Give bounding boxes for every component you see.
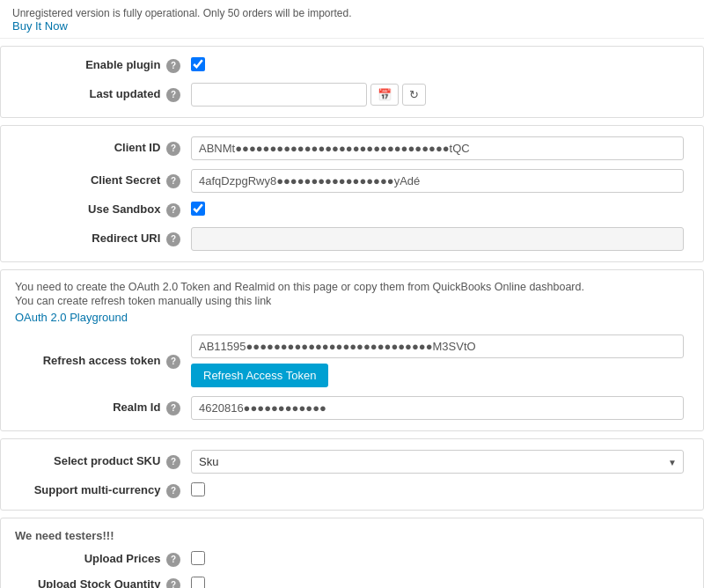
help-icon-upload-prices[interactable]: ?	[166, 553, 180, 567]
control-use-sandbox	[191, 202, 684, 218]
help-icon-use-sandbox[interactable]: ?	[166, 203, 180, 217]
notice-bar: Unregistered version is fully operationa…	[0, 0, 704, 39]
sku-select[interactable]: Sku ID Barcode	[191, 450, 684, 474]
row-use-sandbox: Use Sandbox ?	[15, 202, 689, 218]
help-icon-refresh-token[interactable]: ?	[166, 355, 180, 369]
control-client-id	[191, 136, 684, 160]
help-icon-multicurrency[interactable]: ?	[166, 484, 180, 498]
refresh-token-input[interactable]	[191, 334, 684, 358]
help-icon-last-updated[interactable]: ?	[166, 88, 180, 102]
upload-stock-checkbox[interactable]	[191, 577, 205, 588]
label-refresh-token: Refresh access token ?	[15, 354, 191, 369]
notice-text: Unregistered version is fully operationa…	[12, 7, 692, 19]
control-last-updated: 4/13/2020 6:56:17 PM 📅 ↻	[191, 83, 684, 107]
row-enable-plugin: Enable plugin ?	[15, 57, 689, 74]
oauth-playground-link[interactable]: OAuth 2.0 Playground	[15, 311, 128, 324]
row-redirect-uri: Redirect URI ? http://demo430.am-test.us…	[15, 227, 689, 251]
oauth-info-line2: You can create refresh token manually us…	[15, 295, 689, 307]
help-icon-redirect-uri[interactable]: ?	[166, 232, 180, 246]
control-upload-stock	[191, 577, 684, 588]
upload-prices-checkbox[interactable]	[191, 551, 205, 565]
row-client-secret: Client Secret ?	[15, 169, 689, 193]
redirect-uri-input[interactable]: http://demo430.am-test.us/admin/quickboo…	[191, 227, 684, 251]
control-multicurrency	[191, 482, 684, 499]
help-icon-enable-plugin[interactable]: ?	[166, 59, 180, 73]
label-redirect-uri: Redirect URI ?	[15, 232, 191, 246]
tester-note: We need testers!!!	[15, 529, 689, 542]
refresh-access-token-button[interactable]: Refresh Access Token	[191, 364, 328, 387]
label-last-updated: Last updated ?	[15, 87, 191, 102]
control-redirect-uri: http://demo430.am-test.us/admin/quickboo…	[191, 227, 684, 251]
sku-select-wrap: Sku ID Barcode	[191, 450, 684, 474]
section-oauth: You need to create the OAuth 2.0 Token a…	[0, 269, 704, 431]
control-client-secret	[191, 169, 684, 193]
section-sku: Select product SKU ? Sku ID Barcode Supp…	[0, 438, 704, 511]
label-upload-stock: Upload Stock Quantity ?	[15, 577, 191, 588]
label-enable-plugin: Enable plugin ?	[15, 58, 191, 73]
help-icon-client-id[interactable]: ?	[166, 142, 180, 156]
help-icon-upload-stock[interactable]: ?	[166, 578, 180, 588]
row-upload-prices: Upload Prices ?	[15, 551, 689, 568]
label-use-sandbox: Use Sandbox ?	[15, 202, 191, 217]
control-upload-prices	[191, 551, 684, 568]
row-refresh-token: Refresh access token ? Refresh Access To…	[15, 334, 689, 387]
row-last-updated: Last updated ? 4/13/2020 6:56:17 PM 📅 ↻	[15, 83, 689, 107]
row-multicurrency: Support multi-currency ?	[15, 482, 689, 499]
last-updated-input[interactable]: 4/13/2020 6:56:17 PM	[191, 83, 367, 107]
refresh-button[interactable]: ↻	[402, 84, 426, 106]
realm-id-input[interactable]	[191, 396, 684, 420]
row-upload-stock: Upload Stock Quantity ?	[15, 577, 689, 588]
help-icon-realm-id[interactable]: ?	[166, 401, 180, 415]
use-sandbox-checkbox[interactable]	[191, 202, 205, 216]
row-client-id: Client ID ?	[15, 136, 689, 160]
date-input-wrap: 4/13/2020 6:56:17 PM 📅 ↻	[191, 83, 684, 107]
buy-now-link[interactable]: Buy It Now	[12, 19, 68, 33]
control-realm-id	[191, 396, 684, 420]
control-refresh-token: Refresh Access Token	[191, 334, 684, 387]
oauth-info-line1: You need to create the OAuth 2.0 Token a…	[15, 281, 689, 293]
client-secret-input[interactable]	[191, 169, 684, 193]
label-realm-id: Realm Id ?	[15, 401, 191, 415]
control-enable-plugin	[191, 57, 684, 74]
section-testers: We need testers!!! Upload Prices ? Uploa…	[0, 518, 704, 588]
calendar-button[interactable]: 📅	[370, 84, 399, 106]
label-client-secret: Client Secret ?	[15, 173, 191, 188]
help-icon-client-secret[interactable]: ?	[166, 174, 180, 188]
label-select-sku: Select product SKU ?	[15, 454, 191, 469]
section-credentials: Client ID ? Client Secret ? Use Sandbox …	[0, 125, 704, 262]
label-client-id: Client ID ?	[15, 141, 191, 156]
row-select-sku: Select product SKU ? Sku ID Barcode	[15, 450, 689, 474]
enable-plugin-checkbox[interactable]	[191, 57, 205, 71]
section-enable-plugin: Enable plugin ? Last updated ? 4/13/2020…	[0, 46, 704, 118]
client-id-input[interactable]	[191, 136, 684, 160]
multicurrency-checkbox[interactable]	[191, 482, 205, 496]
help-icon-select-sku[interactable]: ?	[166, 455, 180, 469]
row-realm-id: Realm Id ?	[15, 396, 689, 420]
label-multicurrency: Support multi-currency ?	[15, 483, 191, 498]
label-upload-prices: Upload Prices ?	[15, 552, 191, 567]
